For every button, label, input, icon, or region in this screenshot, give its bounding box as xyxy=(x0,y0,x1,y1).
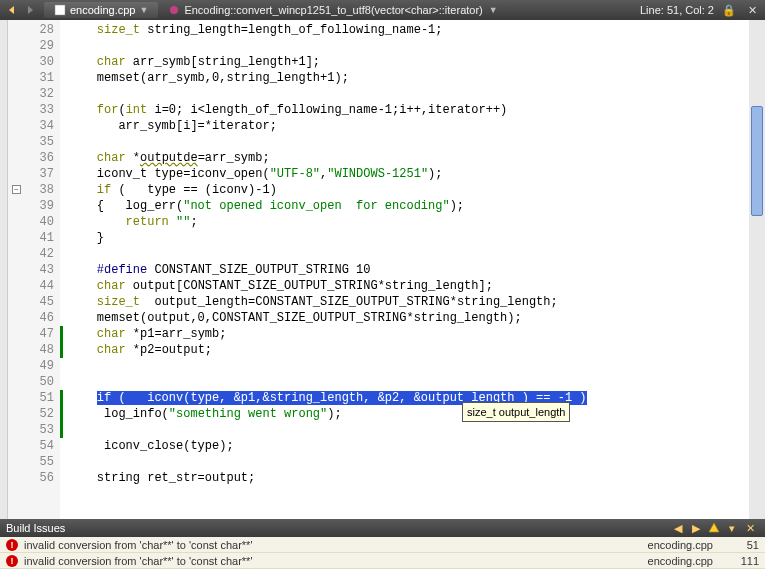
modified-marker xyxy=(60,342,63,358)
code-line[interactable]: char *p2=output; xyxy=(60,342,749,358)
close-icon[interactable]: ✕ xyxy=(744,4,761,17)
code-line[interactable]: memset(output,0,CONSTANT_SIZE_OUTPUT_STR… xyxy=(60,310,749,326)
issue-line: 111 xyxy=(729,555,759,567)
lock-icon[interactable]: 🔒 xyxy=(722,4,736,17)
code-line[interactable]: char *p1=arr_symb; xyxy=(60,326,749,342)
line-number: 46 xyxy=(8,310,60,326)
nav-back-icon[interactable] xyxy=(4,2,20,18)
code-line[interactable] xyxy=(60,374,749,390)
line-number: 41 xyxy=(8,230,60,246)
line-number: 48 xyxy=(8,342,60,358)
panel-close-icon[interactable]: ✕ xyxy=(742,520,758,536)
line-number: 31 xyxy=(8,70,60,86)
code-line[interactable]: if ( type == (iconv)-1) xyxy=(60,182,749,198)
line-number: 35 xyxy=(8,134,60,150)
code-line[interactable]: char arr_symb[string_length+1]; xyxy=(60,54,749,70)
chevron-down-icon[interactable]: ▼ xyxy=(139,5,148,15)
line-number: 38− xyxy=(8,182,60,198)
scrollbar-thumb[interactable] xyxy=(751,106,763,216)
line-number: 30 xyxy=(8,54,60,70)
chevron-down-icon[interactable]: ▼ xyxy=(489,5,498,15)
issue-file: encoding.cpp xyxy=(648,539,713,551)
code-line[interactable]: for(int i=0; i<length_of_following_name-… xyxy=(60,102,749,118)
code-line[interactable]: size_t string_length=length_of_following… xyxy=(60,22,749,38)
code-line[interactable]: return ""; xyxy=(60,214,749,230)
warning-filter-icon[interactable] xyxy=(706,520,722,536)
line-number: 33 xyxy=(8,102,60,118)
line-number: 49 xyxy=(8,358,60,374)
code-line[interactable]: iconv_close(type); xyxy=(60,438,749,454)
line-col-indicator: Line: 51, Col: 2 xyxy=(640,4,714,16)
line-number: 52 xyxy=(8,406,60,422)
modified-marker xyxy=(60,390,63,406)
panel-menu-icon[interactable]: ▾ xyxy=(724,520,740,536)
build-issues-list: !invalid conversion from 'char**' to 'co… xyxy=(0,537,765,569)
line-number: 40 xyxy=(8,214,60,230)
line-number-gutter: 2829303132333435363738−39404142434445464… xyxy=(8,20,60,519)
code-line[interactable] xyxy=(60,246,749,262)
file-tab[interactable]: encoding.cpp ▼ xyxy=(44,2,158,18)
line-number: 56 xyxy=(8,470,60,486)
breadcrumb-label: Encoding::convert_wincp1251_to_utf8(vect… xyxy=(184,4,482,16)
code-line[interactable]: memset(arr_symb,0,string_length+1); xyxy=(60,70,749,86)
hover-tooltip: size_t output_length xyxy=(462,402,570,422)
code-line[interactable]: } xyxy=(60,230,749,246)
editor-margin xyxy=(0,20,8,519)
cpp-file-icon xyxy=(54,4,66,16)
fold-toggle-icon[interactable]: − xyxy=(12,185,21,194)
code-line[interactable] xyxy=(60,358,749,374)
line-number: 54 xyxy=(8,438,60,454)
line-number: 45 xyxy=(8,294,60,310)
code-editor[interactable]: 2829303132333435363738−39404142434445464… xyxy=(0,20,765,519)
svg-point-1 xyxy=(170,6,178,14)
issue-file: encoding.cpp xyxy=(648,555,713,567)
line-number: 47 xyxy=(8,326,60,342)
modified-marker xyxy=(60,422,63,438)
line-number: 28 xyxy=(8,22,60,38)
vertical-scrollbar[interactable] xyxy=(749,20,765,519)
code-line[interactable]: arr_symb[i]=*iterator; xyxy=(60,118,749,134)
code-line[interactable] xyxy=(60,454,749,470)
line-number: 43 xyxy=(8,262,60,278)
error-icon: ! xyxy=(6,555,18,567)
prev-issue-icon[interactable]: ◀ xyxy=(670,520,686,536)
issue-message: invalid conversion from 'char**' to 'con… xyxy=(24,555,648,567)
line-number: 50 xyxy=(8,374,60,390)
code-line[interactable] xyxy=(60,38,749,54)
code-line[interactable] xyxy=(60,86,749,102)
code-line[interactable]: iconv_t type=iconv_open("UTF-8","WINDOWS… xyxy=(60,166,749,182)
code-area[interactable]: size_t string_length=length_of_following… xyxy=(60,20,749,519)
breadcrumb[interactable]: Encoding::convert_wincp1251_to_utf8(vect… xyxy=(168,4,638,16)
code-line[interactable]: log_info("something went wrong"); xyxy=(60,406,749,422)
build-issues-title: Build Issues xyxy=(6,522,65,534)
issue-row[interactable]: !invalid conversion from 'char**' to 'co… xyxy=(0,537,765,553)
code-line[interactable]: if ( iconv(type, &p1,&string_length, &p2… xyxy=(60,390,749,406)
code-line[interactable] xyxy=(60,422,749,438)
code-line[interactable]: size_t output_length=CONSTANT_SIZE_OUTPU… xyxy=(60,294,749,310)
code-line[interactable] xyxy=(60,134,749,150)
line-number: 42 xyxy=(8,246,60,262)
svg-rect-0 xyxy=(55,5,65,15)
line-number: 37 xyxy=(8,166,60,182)
line-number: 32 xyxy=(8,86,60,102)
code-line[interactable]: string ret_str=output; xyxy=(60,470,749,486)
modified-marker xyxy=(60,326,63,342)
line-number: 36 xyxy=(8,150,60,166)
code-line[interactable]: { log_err("not opened iconv_open for enc… xyxy=(60,198,749,214)
issue-line: 51 xyxy=(729,539,759,551)
line-number: 55 xyxy=(8,454,60,470)
code-line[interactable]: #define CONSTANT_SIZE_OUTPUT_STRING 10 xyxy=(60,262,749,278)
file-tab-label: encoding.cpp xyxy=(70,4,135,16)
method-icon xyxy=(168,4,180,16)
line-number: 34 xyxy=(8,118,60,134)
modified-marker xyxy=(60,406,63,422)
line-number: 44 xyxy=(8,278,60,294)
line-number: 39 xyxy=(8,198,60,214)
line-number: 29 xyxy=(8,38,60,54)
issue-row[interactable]: !invalid conversion from 'char**' to 'co… xyxy=(0,553,765,569)
code-line[interactable]: char *outputde=arr_symb; xyxy=(60,150,749,166)
next-issue-icon[interactable]: ▶ xyxy=(688,520,704,536)
code-line[interactable]: char output[CONSTANT_SIZE_OUTPUT_STRING*… xyxy=(60,278,749,294)
build-issues-header: Build Issues ◀ ▶ ▾ ✕ xyxy=(0,519,765,537)
nav-fwd-icon[interactable] xyxy=(22,2,38,18)
